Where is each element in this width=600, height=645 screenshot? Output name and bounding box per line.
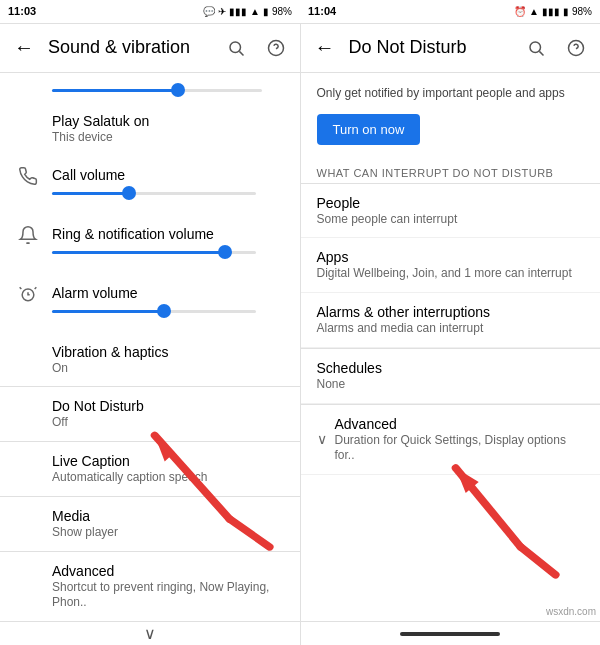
watermark: wsxdn.com	[546, 606, 596, 617]
call-volume-icon	[8, 166, 48, 186]
top-slider-track[interactable]	[52, 89, 262, 92]
people-item[interactable]: People Some people can interrupt	[301, 184, 601, 239]
svg-line-11	[539, 51, 543, 55]
right-panel: ← Do Not Disturb	[301, 24, 601, 645]
call-volume-slider[interactable]	[52, 192, 256, 195]
right-advanced-text: Advanced Duration for Quick Settings, Di…	[335, 415, 585, 464]
right-intro-text: Only get notified by important people an…	[301, 73, 601, 110]
left-toolbar: ← Sound & vibration	[0, 24, 300, 72]
left-bottom-bar: ∨	[0, 621, 300, 645]
help-icon	[267, 39, 285, 57]
left-advanced-item[interactable]: Advanced Shortcut to prevent ringing, No…	[0, 552, 300, 621]
vibration-title: Vibration & haptics	[52, 343, 292, 361]
people-title: People	[317, 194, 585, 212]
ring-notif-slider[interactable]	[52, 251, 256, 254]
left-panel-title: Sound & vibration	[48, 37, 220, 58]
call-volume-text: Call volume	[48, 166, 292, 184]
panels: ← Sound & vibration	[0, 23, 600, 645]
right-bottom-bar	[301, 621, 601, 645]
vibration-text: Vibration & haptics On	[48, 343, 292, 377]
call-volume-item[interactable]: Call volume	[0, 156, 300, 215]
left-status-icons: 💬 ✈ ▮▮▮ ▲ ▮ 98%	[203, 6, 292, 17]
left-back-button[interactable]: ←	[8, 32, 40, 64]
dnd-subtitle: Off	[52, 415, 292, 431]
call-volume-title: Call volume	[52, 166, 292, 184]
phone-icon	[18, 166, 38, 186]
dnd-text: Do Not Disturb Off	[48, 397, 292, 431]
alarm-volume-title: Alarm volume	[52, 284, 292, 302]
live-caption-title: Live Caption	[52, 452, 292, 470]
right-time: 11:04	[308, 5, 336, 17]
dnd-title: Do Not Disturb	[52, 397, 292, 415]
svg-line-1	[239, 51, 243, 55]
vibration-item[interactable]: Vibration & haptics On	[0, 333, 300, 387]
svg-point-0	[230, 42, 241, 53]
schedules-title: Schedules	[317, 359, 585, 377]
top-slider-thumb[interactable]	[171, 83, 185, 97]
left-advanced-subtitle: Shortcut to prevent ringing, Now Playing…	[52, 580, 292, 611]
search-icon	[227, 39, 245, 57]
bell-icon	[18, 225, 38, 245]
apps-title: Apps	[317, 248, 585, 266]
left-chevron-down[interactable]: ∨	[144, 624, 156, 643]
apps-item[interactable]: Apps Digital Wellbeing, Join, and 1 more…	[301, 238, 601, 293]
schedules-item[interactable]: Schedules None	[301, 349, 601, 404]
media-item[interactable]: Media Show player	[0, 497, 300, 551]
right-advanced-subtitle: Duration for Quick Settings, Display opt…	[335, 433, 585, 464]
wifi-icon: ▲	[250, 6, 260, 17]
right-search-icon	[527, 39, 545, 57]
right-status-bar: 11:04 ⏰ ▲ ▮▮▮ ▮ 98%	[300, 0, 600, 23]
wifi-status-icon: ▲	[529, 6, 539, 17]
battery-icon: ▮	[263, 6, 269, 17]
svg-point-10	[530, 42, 541, 53]
right-panel-title: Do Not Disturb	[349, 37, 521, 58]
left-help-button[interactable]	[260, 32, 292, 64]
top-slider-section	[0, 73, 300, 102]
right-advanced-item[interactable]: ∨ Advanced Duration for Quick Settings, …	[301, 405, 601, 475]
alarm-volume-item[interactable]: Alarm volume	[0, 274, 300, 333]
media-subtitle: Show player	[52, 525, 292, 541]
right-back-button[interactable]: ←	[309, 32, 341, 64]
left-scroll-area[interactable]: Play Salatuk on This device Call volume	[0, 73, 300, 621]
right-advanced-row: ∨ Advanced Duration for Quick Settings, …	[317, 415, 585, 464]
vibration-subtitle: On	[52, 361, 292, 377]
alarms-item[interactable]: Alarms & other interruptions Alarms and …	[301, 293, 601, 348]
schedules-subtitle: None	[317, 377, 585, 393]
right-status-icons: ⏰ ▲ ▮▮▮ ▮ 98%	[514, 6, 592, 17]
right-bottom-indicator	[400, 632, 500, 636]
right-advanced-title: Advanced	[335, 415, 585, 433]
svg-line-14	[455, 468, 520, 547]
live-caption-item[interactable]: Live Caption Automatically caption speec…	[0, 442, 300, 496]
right-scroll-area[interactable]: Only get notified by important people an…	[301, 73, 601, 621]
battery-pct: 98%	[272, 6, 292, 17]
right-help-icon	[567, 39, 585, 57]
do-not-disturb-item[interactable]: Do Not Disturb Off	[0, 387, 300, 441]
alarms-title: Alarms & other interruptions	[317, 303, 585, 321]
right-help-button[interactable]	[560, 32, 592, 64]
left-advanced-text: Advanced Shortcut to prevent ringing, No…	[48, 562, 292, 611]
play-salatuk-text: Play Salatuk on This device	[48, 112, 292, 146]
turn-on-now-button[interactable]: Turn on now	[317, 114, 421, 145]
left-time: 11:03	[8, 5, 36, 17]
top-slider-fill	[52, 89, 178, 92]
alarm-volume-slider[interactable]	[52, 310, 256, 313]
right-toolbar-icons	[520, 32, 592, 64]
play-salatuk-title: Play Salatuk on	[52, 112, 292, 130]
left-search-button[interactable]	[220, 32, 252, 64]
left-advanced-title: Advanced	[52, 562, 292, 580]
live-caption-subtitle: Automatically caption speech	[52, 470, 292, 486]
play-salatuk-subtitle: This device	[52, 130, 292, 146]
alarm-volume-text: Alarm volume	[48, 284, 292, 302]
signal-icon: ▮▮▮	[229, 6, 247, 17]
ring-notif-title: Ring & notification volume	[52, 225, 292, 243]
alarms-subtitle: Alarms and media can interrupt	[317, 321, 585, 337]
apps-subtitle: Digital Wellbeing, Join, and 1 more can …	[317, 266, 585, 282]
ring-notif-icon	[8, 225, 48, 245]
play-salatuk-item[interactable]: Play Salatuk on This device	[0, 102, 300, 156]
alarm-volume-icon	[8, 284, 48, 304]
ring-notif-item[interactable]: Ring & notification volume	[0, 215, 300, 274]
left-status-bar: 11:03 💬 ✈ ▮▮▮ ▲ ▮ 98%	[0, 0, 300, 23]
right-search-button[interactable]	[520, 32, 552, 64]
right-red-arrow	[455, 468, 555, 575]
alarm-status-icon: ⏰	[514, 6, 526, 17]
